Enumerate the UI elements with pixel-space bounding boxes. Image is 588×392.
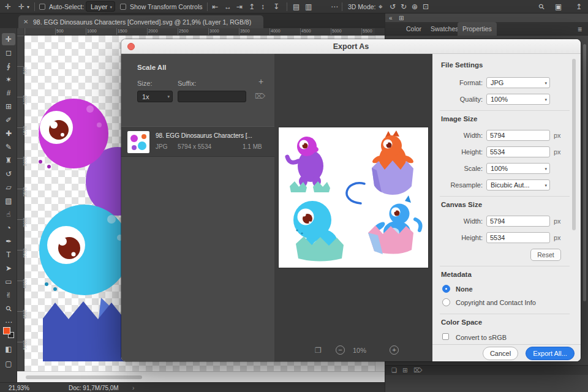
distribute-horizontal-icon[interactable]: ▤ [293,3,300,10]
ruler-label: 1500 [23,126,27,135]
type-tool[interactable]: T [2,249,15,261]
metadata-copyright-radio[interactable] [442,298,450,306]
image-width-input[interactable] [486,130,550,141]
convert-srgb-checkbox[interactable] [442,333,449,340]
file-format: JPG [156,143,167,150]
3d-roll-icon[interactable]: ↺ [390,3,396,10]
3d-rotate-icon[interactable]: ⌖ [379,3,383,10]
screen-mode-icon[interactable]: ▢ [2,358,15,370]
panel-menu-icon[interactable]: ≡ [578,26,582,33]
tool-preset-caret-icon[interactable]: ▾ [27,5,29,10]
auto-select-checkbox[interactable] [39,4,45,10]
clone-stamp-tool[interactable]: ♜ [2,154,15,167]
zoom-tool[interactable]: ⚲ [2,303,15,315]
add-scale-icon[interactable]: + [258,77,263,86]
ruler-label: 5500 [363,29,372,33]
3d-drag-icon[interactable]: ↻ [401,3,407,10]
tab-properties[interactable]: Properties [458,22,497,36]
rectangle-tool[interactable]: ▭ [2,276,15,288]
export-preview-image[interactable] [279,127,428,268]
zoom-in-button[interactable]: + [390,345,399,355]
document-tab[interactable]: ✕ 98. EGG Dinosaurus Characters [Convert… [18,15,263,28]
magic-wand-tool[interactable]: ✶ [2,74,15,86]
search-icon[interactable]: ⚲ [537,2,546,12]
resample-dropdown[interactable]: Bicubic Aut...▾ [486,179,550,190]
path-selection-tool[interactable]: ➤ [2,262,15,274]
reset-button[interactable]: Reset [530,249,561,261]
foreground-color-swatch[interactable] [3,327,10,334]
distribute-vertical-icon[interactable]: ▥ [305,3,312,10]
panel-scrollbar[interactable] [583,44,586,301]
new-item-icon[interactable]: ⊞ [402,368,407,374]
history-brush-tool[interactable]: ↺ [2,168,15,180]
collapse-panels-icon[interactable]: « [389,15,393,21]
pen-tool[interactable]: ✒ [2,235,15,247]
ruler-label: 5000 [332,29,342,33]
smudge-tool[interactable]: ☝ [2,208,15,221]
zoom-level[interactable]: 21,93% [9,385,29,391]
close-tab-icon[interactable]: ✕ [23,18,28,25]
align-center-icon[interactable]: ↔ [224,3,232,10]
show-transform-label: Show Transform Controls [130,3,202,10]
show-transform-checkbox[interactable] [120,4,126,10]
image-height-input[interactable] [486,146,550,157]
gradient-tool[interactable]: ▧ [2,195,15,207]
canvas-width-input[interactable] [486,216,550,227]
scale-dropdown[interactable]: 100%▾ [486,163,550,174]
dialog-preview-panel: ❐ − 10% + [274,54,432,361]
eyedropper-tool[interactable]: ✐ [2,114,15,126]
format-dropdown[interactable]: JPG▾ [486,77,550,88]
align-bottom-icon[interactable]: ↧ [273,3,279,10]
tab-color[interactable]: Color [401,22,426,36]
more-options-icon[interactable]: ⋯ [331,3,338,10]
delete-scale-icon[interactable]: ⌦ [255,92,265,100]
canvas-height-input[interactable] [486,232,550,243]
ruler-label: 500 [23,67,27,74]
status-chevron-icon[interactable]: › [132,385,134,391]
canvas-horizontal-scrollbar[interactable] [17,371,385,382]
crop-tool[interactable]: # [2,87,15,99]
horizontal-ruler[interactable]: 500 1000 1500 2000 2500 3000 3500 4000 4… [24,28,375,36]
quality-dropdown[interactable]: 100%▾ [486,94,550,105]
image-width-label: Width: [440,132,483,139]
size-dropdown[interactable]: 1x▾ [137,91,173,102]
eraser-tool[interactable]: ▱ [2,181,15,194]
share-icon[interactable]: ↥ [576,3,582,10]
move-tool[interactable]: ✛ [2,33,15,45]
cancel-button[interactable]: Cancel [483,347,518,360]
zoom-out-button[interactable]: − [336,345,345,355]
brush-tool[interactable]: ✎ [2,141,15,153]
panel-options-icon[interactable]: ⊞ [399,15,404,21]
auto-select-target-dropdown[interactable]: Layer▾ [86,1,115,12]
align-middle-icon[interactable]: ↕ [261,3,265,10]
vertical-ruler[interactable]: 500 1000 1500 2000 2500 3000 3500 4000 4… [17,36,24,371]
export-all-button[interactable]: Export All... [526,347,575,360]
settings-scrollbar[interactable] [572,59,576,230]
quick-mask-icon[interactable]: ◧ [2,343,15,355]
align-top-icon[interactable]: ↥ [249,3,255,10]
align-right-icon[interactable]: ⇥ [236,3,243,10]
dodge-tool[interactable]: ◔ [2,222,15,234]
suffix-input[interactable] [178,91,246,102]
hand-tool[interactable]: ✌ [2,289,15,301]
align-left-icon[interactable]: ⇤ [212,3,218,10]
move-tool-icon[interactable]: ✛ [5,3,11,10]
caret-icon: ▾ [167,94,170,99]
preview-fit-icon[interactable]: ❐ [315,347,322,354]
healing-brush-tool[interactable]: ✚ [2,127,15,140]
delete-icon[interactable]: ⌦ [413,368,422,374]
3d-scale-icon[interactable]: ⊡ [423,3,429,10]
3d-slide-icon[interactable]: ⊕ [412,3,418,10]
workspace-icon[interactable]: ▣ [555,3,562,10]
panel-footer-icon[interactable]: ❏ [391,368,397,374]
tool-bar: ✛ ◻ ∮ ✶ # ⊞ ✐ ✚ ✎ ♜ ↺ ▱ ▧ ☝ ◔ ✒ T ➤ ▭ ✌ … [0,28,17,382]
frame-tool[interactable]: ⊞ [2,100,15,113]
lasso-tool[interactable]: ∮ [2,60,15,72]
export-file-item[interactable]: 98. EGG Dinosaurus Characters [... JPG 5… [121,126,274,157]
dialog-title-bar[interactable]: Export As [121,39,581,54]
scrollbar-thumb[interactable] [26,375,142,379]
tool-preset-icon[interactable]: ✛ [18,3,24,10]
edit-toolbar-icon[interactable]: ⋯ [2,316,15,328]
rectangular-marquee-tool[interactable]: ◻ [2,47,15,59]
metadata-none-radio[interactable] [442,285,450,293]
